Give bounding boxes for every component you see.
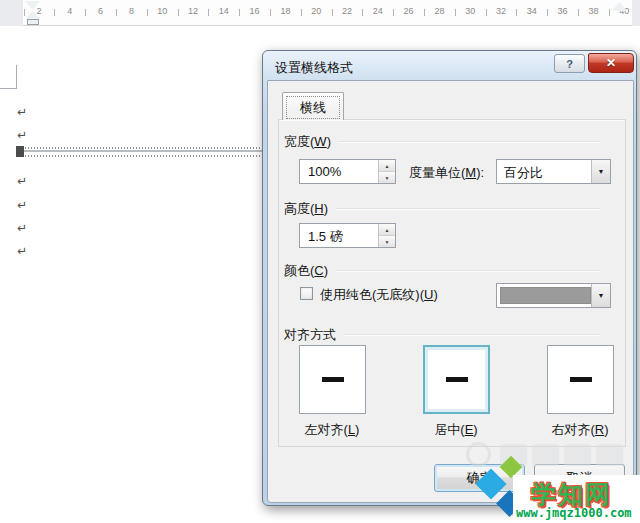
tab-horizontal-line[interactable]: 横线 bbox=[282, 92, 344, 120]
ruler-tick bbox=[362, 9, 363, 16]
help-icon: ? bbox=[566, 58, 573, 70]
ruler-number: 4 bbox=[67, 6, 72, 16]
ruler-number: 20 bbox=[311, 6, 321, 16]
ruler-number: 32 bbox=[496, 6, 506, 16]
ruler-number: 24 bbox=[373, 6, 383, 16]
line-selection-border-bottom bbox=[16, 155, 262, 157]
ruler-tick bbox=[270, 9, 271, 16]
ruler-number: 34 bbox=[527, 6, 537, 16]
paragraph-mark-icon: ↵ bbox=[17, 244, 27, 258]
paragraph-mark-icon: ↵ bbox=[17, 105, 27, 119]
close-button[interactable]: ✕ bbox=[588, 53, 634, 73]
ruler-tick bbox=[208, 9, 209, 16]
selected-horizontal-line[interactable] bbox=[24, 150, 262, 152]
ruler-tick bbox=[24, 9, 25, 16]
paragraph-mark-icon: ↵ bbox=[17, 198, 27, 212]
ruler-number: 18 bbox=[280, 6, 290, 16]
ruler-number: 2 bbox=[36, 6, 41, 16]
line-selection-border-top bbox=[16, 147, 262, 149]
watermark-box: 学知网 www.jmqz1000.com bbox=[513, 475, 640, 523]
ruler-tick bbox=[486, 9, 487, 16]
ruler-number: 14 bbox=[219, 6, 229, 16]
watermark-logo-diamond-cyan bbox=[475, 468, 506, 499]
paragraph-mark-icon: ↵ bbox=[17, 174, 27, 188]
ruler-number: 6 bbox=[98, 6, 103, 16]
ruler-tick bbox=[239, 9, 240, 16]
ruler-number: 8 bbox=[129, 6, 134, 16]
ruler-tick bbox=[578, 9, 579, 16]
left-indent-marker[interactable] bbox=[27, 19, 39, 25]
dialog-title: 设置横线格式 bbox=[275, 59, 353, 77]
tab-label: 横线 bbox=[286, 96, 340, 119]
ruler-number: 30 bbox=[465, 6, 475, 16]
ruler-number: 10 bbox=[157, 6, 167, 16]
ruler-number: 28 bbox=[434, 6, 444, 16]
ruler-tick bbox=[547, 9, 548, 16]
tab-page bbox=[278, 119, 626, 447]
ruler-margin-left bbox=[0, 0, 23, 26]
close-icon: ✕ bbox=[606, 56, 616, 70]
horizontal-ruler[interactable]: 246810121416182022242628303234363840 bbox=[0, 0, 640, 26]
ruler-tick bbox=[178, 9, 179, 16]
paragraph-mark-icon: ↵ bbox=[17, 221, 27, 235]
ruler-tick bbox=[609, 9, 610, 16]
help-button[interactable]: ? bbox=[554, 54, 585, 73]
ruler-number: 26 bbox=[404, 6, 414, 16]
ruler-tick bbox=[424, 9, 425, 16]
ruler-tick bbox=[85, 9, 86, 16]
text-boundary-corner-horizontal bbox=[0, 88, 17, 89]
ruler-tick bbox=[516, 9, 517, 16]
dialog-content: 横线 宽度(W) 100% ▲ ▼ 度量单位(M): 百分比 ▼ 高度(H) 1… bbox=[267, 80, 634, 503]
site-watermark: 学知网 www.jmqz1000.com bbox=[474, 452, 640, 523]
text-boundary-corner-vertical bbox=[16, 65, 17, 88]
ruler-number: 36 bbox=[558, 6, 568, 16]
ruler-tick bbox=[332, 9, 333, 16]
ruler-number: 38 bbox=[588, 6, 598, 16]
watermark-url: www.jmqz1000.com bbox=[516, 506, 632, 520]
format-horizontal-line-dialog: 设置横线格式 ? ✕ 横线 宽度(W) 100% ▲ ▼ 度量单位(M): 百分… bbox=[262, 50, 637, 506]
ruler-tick bbox=[116, 9, 117, 16]
ruler-tick bbox=[393, 9, 394, 16]
ruler-tick bbox=[455, 9, 456, 16]
ruler-number: 16 bbox=[250, 6, 260, 16]
ruler-tick bbox=[301, 9, 302, 16]
ruler-tick bbox=[54, 9, 55, 16]
paragraph-mark-icon: ↵ bbox=[17, 128, 27, 142]
ruler-tick bbox=[147, 9, 148, 16]
ruler-number: 12 bbox=[188, 6, 198, 16]
line-selection-handle[interactable] bbox=[16, 146, 24, 157]
ruler-number: 22 bbox=[342, 6, 352, 16]
